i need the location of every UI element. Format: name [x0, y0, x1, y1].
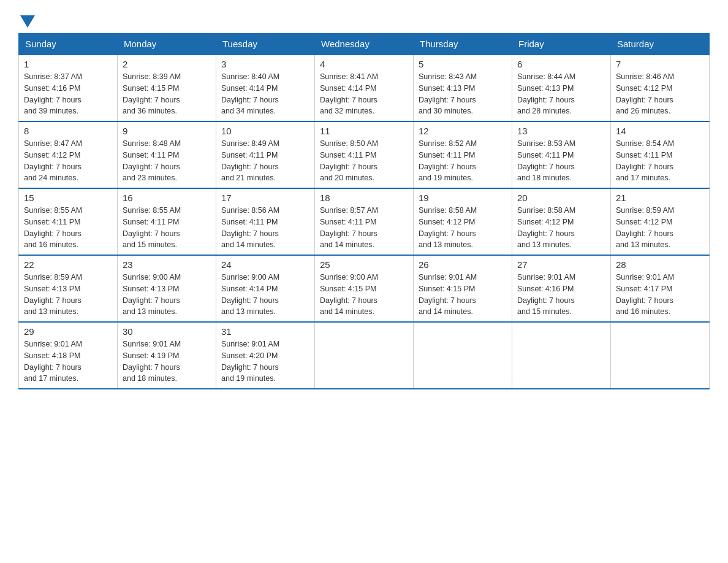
calendar-cell: 30Sunrise: 9:01 AMSunset: 4:19 PMDayligh…	[118, 322, 216, 389]
col-header-wednesday: Wednesday	[315, 34, 414, 55]
day-info: Sunrise: 8:55 AMSunset: 4:11 PMDaylight:…	[123, 205, 211, 251]
day-info: Sunrise: 8:40 AMSunset: 4:14 PMDaylight:…	[221, 71, 309, 117]
calendar-cell: 5Sunrise: 8:43 AMSunset: 4:13 PMDaylight…	[414, 55, 512, 121]
day-info: Sunrise: 9:00 AMSunset: 4:13 PMDaylight:…	[123, 272, 211, 318]
calendar-table: SundayMondayTuesdayWednesdayThursdayFrid…	[18, 33, 710, 389]
day-number: 15	[24, 193, 112, 203]
calendar-cell: 24Sunrise: 9:00 AMSunset: 4:14 PMDayligh…	[216, 255, 315, 322]
calendar-cell: 19Sunrise: 8:58 AMSunset: 4:12 PMDayligh…	[414, 188, 512, 255]
calendar-cell: 8Sunrise: 8:47 AMSunset: 4:12 PMDaylight…	[19, 121, 118, 188]
logo	[18, 12, 35, 21]
day-number: 2	[123, 59, 211, 69]
day-info: Sunrise: 9:01 AMSunset: 4:20 PMDaylight:…	[221, 339, 309, 385]
calendar-cell: 3Sunrise: 8:40 AMSunset: 4:14 PMDaylight…	[216, 55, 315, 121]
col-header-friday: Friday	[512, 34, 611, 55]
day-number: 9	[123, 126, 211, 136]
calendar-cell	[611, 322, 710, 389]
calendar-cell: 31Sunrise: 9:01 AMSunset: 4:20 PMDayligh…	[216, 322, 315, 389]
day-number: 22	[24, 259, 112, 270]
col-header-monday: Monday	[118, 34, 216, 55]
day-info: Sunrise: 8:58 AMSunset: 4:12 PMDaylight:…	[419, 205, 507, 251]
day-number: 25	[320, 259, 408, 270]
day-number: 23	[123, 259, 211, 270]
day-info: Sunrise: 8:56 AMSunset: 4:11 PMDaylight:…	[221, 205, 309, 251]
day-info: Sunrise: 8:59 AMSunset: 4:13 PMDaylight:…	[24, 272, 112, 318]
day-number: 28	[616, 259, 704, 270]
day-info: Sunrise: 8:48 AMSunset: 4:11 PMDaylight:…	[123, 138, 211, 184]
calendar-header-row: SundayMondayTuesdayWednesdayThursdayFrid…	[19, 34, 710, 55]
day-number: 24	[221, 259, 309, 270]
calendar-cell: 14Sunrise: 8:54 AMSunset: 4:11 PMDayligh…	[611, 121, 710, 188]
calendar-cell: 21Sunrise: 8:59 AMSunset: 4:12 PMDayligh…	[611, 188, 710, 255]
day-info: Sunrise: 9:00 AMSunset: 4:15 PMDaylight:…	[320, 272, 408, 318]
day-number: 26	[419, 259, 507, 270]
calendar-cell: 25Sunrise: 9:00 AMSunset: 4:15 PMDayligh…	[315, 255, 414, 322]
calendar-cell: 17Sunrise: 8:56 AMSunset: 4:11 PMDayligh…	[216, 188, 315, 255]
day-info: Sunrise: 9:01 AMSunset: 4:18 PMDaylight:…	[24, 339, 112, 385]
day-info: Sunrise: 9:01 AMSunset: 4:19 PMDaylight:…	[123, 339, 211, 385]
calendar-cell: 28Sunrise: 9:01 AMSunset: 4:17 PMDayligh…	[611, 255, 710, 322]
day-number: 1	[24, 59, 112, 69]
day-number: 7	[616, 59, 704, 69]
calendar-cell: 23Sunrise: 9:00 AMSunset: 4:13 PMDayligh…	[118, 255, 216, 322]
day-info: Sunrise: 8:59 AMSunset: 4:12 PMDaylight:…	[616, 205, 704, 251]
day-number: 5	[419, 59, 507, 69]
day-info: Sunrise: 8:41 AMSunset: 4:14 PMDaylight:…	[320, 71, 408, 117]
calendar-cell: 10Sunrise: 8:49 AMSunset: 4:11 PMDayligh…	[216, 121, 315, 188]
calendar-week-row: 22Sunrise: 8:59 AMSunset: 4:13 PMDayligh…	[19, 255, 710, 322]
day-info: Sunrise: 9:01 AMSunset: 4:15 PMDaylight:…	[419, 272, 507, 318]
day-number: 13	[517, 126, 605, 136]
calendar-cell: 7Sunrise: 8:46 AMSunset: 4:12 PMDaylight…	[611, 55, 710, 121]
day-number: 29	[24, 326, 112, 337]
day-number: 20	[517, 193, 605, 203]
calendar-cell: 11Sunrise: 8:50 AMSunset: 4:11 PMDayligh…	[315, 121, 414, 188]
day-number: 18	[320, 193, 408, 203]
day-info: Sunrise: 8:43 AMSunset: 4:13 PMDaylight:…	[419, 71, 507, 117]
day-info: Sunrise: 8:37 AMSunset: 4:16 PMDaylight:…	[24, 71, 112, 117]
day-info: Sunrise: 8:44 AMSunset: 4:13 PMDaylight:…	[517, 71, 605, 117]
calendar-cell: 20Sunrise: 8:58 AMSunset: 4:12 PMDayligh…	[512, 188, 611, 255]
calendar-cell: 4Sunrise: 8:41 AMSunset: 4:14 PMDaylight…	[315, 55, 414, 121]
day-number: 31	[221, 326, 309, 337]
day-number: 6	[517, 59, 605, 69]
col-header-saturday: Saturday	[611, 34, 710, 55]
day-info: Sunrise: 8:46 AMSunset: 4:12 PMDaylight:…	[616, 71, 704, 117]
day-info: Sunrise: 9:01 AMSunset: 4:16 PMDaylight:…	[517, 272, 605, 318]
col-header-thursday: Thursday	[414, 34, 512, 55]
day-info: Sunrise: 8:58 AMSunset: 4:12 PMDaylight:…	[517, 205, 605, 251]
calendar-cell: 15Sunrise: 8:55 AMSunset: 4:11 PMDayligh…	[19, 188, 118, 255]
calendar-cell	[512, 322, 611, 389]
calendar-cell: 2Sunrise: 8:39 AMSunset: 4:15 PMDaylight…	[118, 55, 216, 121]
day-number: 8	[24, 126, 112, 136]
calendar-cell: 22Sunrise: 8:59 AMSunset: 4:13 PMDayligh…	[19, 255, 118, 322]
day-info: Sunrise: 9:00 AMSunset: 4:14 PMDaylight:…	[221, 272, 309, 318]
day-number: 16	[123, 193, 211, 203]
day-number: 14	[616, 126, 704, 136]
day-number: 17	[221, 193, 309, 203]
day-number: 30	[123, 326, 211, 337]
col-header-sunday: Sunday	[19, 34, 118, 55]
day-number: 21	[616, 193, 704, 203]
calendar-week-row: 29Sunrise: 9:01 AMSunset: 4:18 PMDayligh…	[19, 322, 710, 389]
calendar-cell: 9Sunrise: 8:48 AMSunset: 4:11 PMDaylight…	[118, 121, 216, 188]
day-number: 4	[320, 59, 408, 69]
day-info: Sunrise: 9:01 AMSunset: 4:17 PMDaylight:…	[616, 272, 704, 318]
calendar-cell	[414, 322, 512, 389]
calendar-week-row: 15Sunrise: 8:55 AMSunset: 4:11 PMDayligh…	[19, 188, 710, 255]
day-number: 10	[221, 126, 309, 136]
calendar-cell: 29Sunrise: 9:01 AMSunset: 4:18 PMDayligh…	[19, 322, 118, 389]
day-info: Sunrise: 8:49 AMSunset: 4:11 PMDaylight:…	[221, 138, 309, 184]
day-info: Sunrise: 8:47 AMSunset: 4:12 PMDaylight:…	[24, 138, 112, 184]
day-number: 27	[517, 259, 605, 270]
calendar-cell: 13Sunrise: 8:53 AMSunset: 4:11 PMDayligh…	[512, 121, 611, 188]
day-number: 3	[221, 59, 309, 69]
day-number: 12	[419, 126, 507, 136]
calendar-cell: 18Sunrise: 8:57 AMSunset: 4:11 PMDayligh…	[315, 188, 414, 255]
logo-triangle-icon	[20, 15, 35, 28]
calendar-week-row: 1Sunrise: 8:37 AMSunset: 4:16 PMDaylight…	[19, 55, 710, 121]
calendar-cell: 16Sunrise: 8:55 AMSunset: 4:11 PMDayligh…	[118, 188, 216, 255]
calendar-cell: 26Sunrise: 9:01 AMSunset: 4:15 PMDayligh…	[414, 255, 512, 322]
calendar-cell: 1Sunrise: 8:37 AMSunset: 4:16 PMDaylight…	[19, 55, 118, 121]
day-info: Sunrise: 8:53 AMSunset: 4:11 PMDaylight:…	[517, 138, 605, 184]
col-header-tuesday: Tuesday	[216, 34, 315, 55]
